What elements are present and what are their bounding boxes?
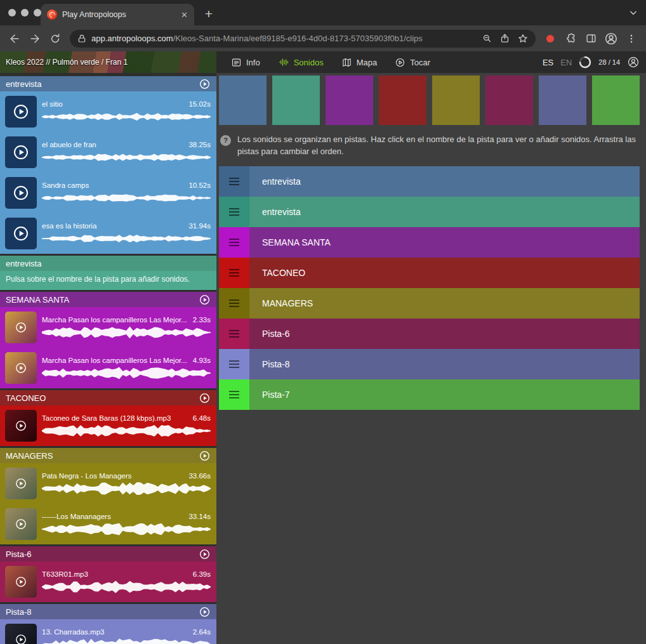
extensions-puzzle-icon[interactable] bbox=[561, 29, 580, 48]
drag-handle-icon[interactable] bbox=[219, 166, 249, 197]
lang-en-button[interactable]: EN bbox=[560, 58, 572, 67]
clip-thumbnail[interactable] bbox=[5, 508, 37, 540]
window-zoom-button[interactable] bbox=[34, 9, 41, 16]
track-swatch[interactable] bbox=[485, 76, 533, 125]
clip-thumbnail[interactable] bbox=[5, 624, 37, 644]
browser-menu-icon[interactable] bbox=[622, 29, 641, 48]
clip-name: Taconeo de Sara Baras (128 kbps).mp3 bbox=[42, 414, 189, 422]
drag-handle-icon[interactable] bbox=[219, 349, 249, 379]
track-swatch[interactable] bbox=[432, 76, 480, 125]
url-text[interactable]: app.antropoloops.com/Kleos-Santa-Marina/… bbox=[91, 34, 477, 43]
nav-info[interactable]: Info bbox=[224, 51, 267, 73]
window-close-button[interactable] bbox=[8, 9, 16, 16]
track-swatch[interactable] bbox=[326, 76, 373, 125]
clip-play-button[interactable] bbox=[5, 177, 37, 209]
clip-item[interactable]: ------Los Mananagers33.14s bbox=[0, 504, 216, 544]
track-header[interactable]: entrevista bbox=[0, 256, 216, 271]
track-header[interactable]: Pista-8 bbox=[0, 604, 216, 619]
clip-item[interactable]: Marcha Pasan los campanilleros Las Mejor… bbox=[0, 307, 216, 348]
track-header[interactable]: entrevista bbox=[0, 76, 216, 91]
track-play-button[interactable] bbox=[199, 392, 211, 404]
clip-item[interactable]: el abuelo de fran38.25s bbox=[0, 132, 216, 173]
track-header[interactable]: Pista-6 bbox=[0, 546, 216, 562]
clip-play-button[interactable] bbox=[5, 96, 37, 128]
account-icon[interactable] bbox=[627, 56, 640, 69]
tab-search-chevron-icon[interactable] bbox=[627, 6, 640, 19]
track-title: entrevista bbox=[6, 259, 41, 268]
profile-avatar[interactable] bbox=[602, 29, 621, 48]
track-swatch[interactable] bbox=[379, 76, 426, 125]
bookmark-star-icon[interactable] bbox=[517, 33, 529, 44]
clip-play-button[interactable] bbox=[5, 136, 37, 168]
track-row[interactable]: entrevista bbox=[219, 166, 640, 197]
share-icon[interactable] bbox=[499, 33, 510, 44]
track-header[interactable]: TACONEO bbox=[0, 390, 216, 405]
clip-thumbnail[interactable] bbox=[5, 410, 37, 442]
clip-duration: 6.48s bbox=[193, 414, 211, 422]
track-row[interactable]: SEMANA SANTA bbox=[219, 227, 640, 258]
drag-handle-icon[interactable] bbox=[219, 319, 249, 349]
app-nav: Info Sonidos Mapa Tocar bbox=[216, 51, 437, 73]
track-swatch[interactable] bbox=[272, 76, 320, 125]
clip-item[interactable]: 13. Charradas.mp32.64s bbox=[0, 619, 216, 644]
track-row[interactable]: Pista-7 bbox=[219, 379, 640, 410]
drag-handle-icon[interactable] bbox=[219, 227, 249, 258]
track-row[interactable]: entrevista bbox=[219, 197, 640, 227]
browser-tab[interactable]: Play Antropoloops ✕ bbox=[41, 4, 194, 25]
track-header[interactable]: SEMANA SANTA bbox=[0, 292, 216, 307]
track-row[interactable]: Pista-8 bbox=[219, 349, 640, 379]
clip-item[interactable]: Pata Negra - Los Managers33.66s bbox=[0, 463, 216, 504]
clip-item[interactable]: T633R01.mp36.39s bbox=[0, 562, 216, 602]
clip-thumbnail[interactable] bbox=[5, 312, 37, 343]
project-banner[interactable]: Kleos 2022 // Pulmón verde / Fran 1 bbox=[0, 51, 216, 73]
clip-thumbnail[interactable] bbox=[5, 352, 37, 384]
clip-name: esa es la historia bbox=[42, 222, 185, 230]
clip-item[interactable]: Sandra camps10.52s bbox=[0, 173, 216, 213]
waveform-icon bbox=[278, 56, 289, 68]
track-row[interactable]: Pista-6 bbox=[219, 319, 640, 349]
loading-progress-ring bbox=[579, 56, 591, 69]
clip-item[interactable]: el sitio15.02s bbox=[0, 91, 216, 132]
track-play-button[interactable] bbox=[199, 78, 211, 90]
forward-button[interactable] bbox=[25, 29, 44, 48]
back-button[interactable] bbox=[5, 29, 24, 48]
nav-sonidos[interactable]: Sonidos bbox=[271, 51, 331, 73]
waveform bbox=[42, 638, 211, 644]
track-row[interactable]: MANAGERS bbox=[219, 288, 640, 319]
drag-handle-icon[interactable] bbox=[219, 379, 249, 410]
clip-item[interactable]: Taconeo de Sara Baras (128 kbps).mp36.48… bbox=[0, 405, 216, 446]
reload-button[interactable] bbox=[46, 29, 65, 48]
track-play-button[interactable] bbox=[199, 548, 211, 560]
lang-es-button[interactable]: ES bbox=[543, 58, 553, 67]
waveform bbox=[42, 581, 211, 593]
zoom-icon[interactable] bbox=[482, 33, 492, 44]
nav-tocar[interactable]: Tocar bbox=[388, 51, 437, 73]
drag-handle-icon[interactable] bbox=[219, 197, 249, 227]
clip-thumbnail[interactable] bbox=[5, 468, 37, 499]
track-header[interactable]: MANAGERS bbox=[0, 448, 216, 463]
clip-thumbnail[interactable] bbox=[5, 566, 37, 598]
record-extension-icon[interactable] bbox=[541, 29, 560, 48]
track-play-button[interactable] bbox=[199, 606, 211, 618]
clip-duration: 31.94s bbox=[188, 222, 211, 230]
waveform bbox=[42, 151, 211, 164]
window-minimize-button[interactable] bbox=[21, 9, 29, 16]
new-tab-button[interactable]: + bbox=[201, 6, 217, 22]
drag-handle-icon[interactable] bbox=[219, 258, 249, 288]
waveform bbox=[42, 192, 211, 204]
drag-handle-icon[interactable] bbox=[219, 288, 249, 319]
clip-item[interactable]: Marcha Pasan los campanilleros Las Mejor… bbox=[0, 348, 216, 388]
track-play-button[interactable] bbox=[199, 294, 211, 306]
track-rows: entrevistaentrevistaSEMANA SANTATACONEOM… bbox=[219, 166, 640, 410]
address-bar[interactable]: app.antropoloops.com/Kleos-Santa-Marina/… bbox=[70, 30, 536, 48]
track-row[interactable]: TACONEO bbox=[219, 258, 640, 288]
clip-item[interactable]: esa es la historia31.94s bbox=[0, 213, 216, 254]
track-play-button[interactable] bbox=[199, 450, 211, 462]
clip-play-button[interactable] bbox=[5, 218, 37, 249]
track-swatch[interactable] bbox=[219, 76, 267, 125]
tab-close-icon[interactable]: ✕ bbox=[181, 10, 188, 20]
track-swatch[interactable] bbox=[592, 76, 640, 125]
nav-mapa[interactable]: Mapa bbox=[334, 51, 385, 73]
side-panel-icon[interactable] bbox=[581, 29, 600, 48]
track-swatch[interactable] bbox=[539, 76, 586, 125]
